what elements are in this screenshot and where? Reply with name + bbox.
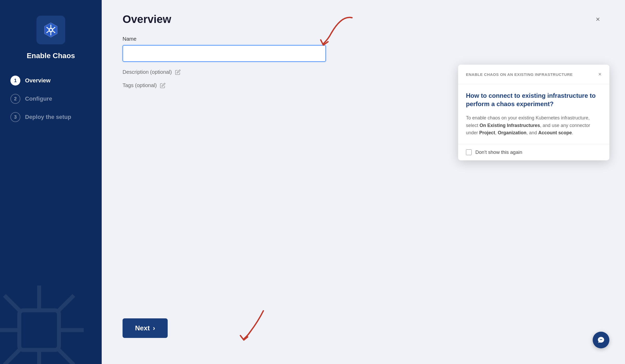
next-chevron-icon: › — [153, 324, 155, 332]
step-1-number: 1 — [10, 76, 20, 86]
step-2-number: 2 — [10, 94, 20, 104]
tags-field[interactable]: Tags (optional) — [123, 82, 326, 88]
svg-line-17 — [4, 348, 22, 364]
svg-line-14 — [4, 295, 22, 313]
tooltip-body: How to connect to existing infrastructur… — [458, 84, 609, 144]
svg-line-15 — [57, 348, 74, 364]
tooltip-header: ENABLE CHAOS ON AN EXISTING INFRASTRUCTU… — [458, 65, 609, 84]
tags-label: Tags (optional) — [123, 82, 157, 88]
step-3-label: Deploy the setup — [25, 114, 71, 120]
next-button[interactable]: Next › — [123, 318, 168, 338]
tooltip-panel: ENABLE CHAOS ON AN EXISTING INFRASTRUCTU… — [458, 65, 609, 160]
app-logo — [37, 16, 65, 44]
sidebar: Enable Chaos 1 Overview 2 Configure 3 De… — [0, 0, 102, 364]
tooltip-text: To enable chaos on your existing Kuberne… — [466, 114, 602, 137]
page-header: Overview × — [123, 13, 604, 26]
tooltip-footer: Don't show this again — [458, 144, 609, 160]
description-label: Description (optional) — [123, 69, 172, 75]
tag-edit-icon — [160, 83, 166, 88]
sidebar-title: Enable Chaos — [27, 52, 75, 60]
close-button[interactable]: × — [592, 13, 604, 26]
annotation-arrow-name — [315, 13, 357, 50]
tooltip-header-text: ENABLE CHAOS ON AN EXISTING INFRASTRUCTU… — [466, 72, 573, 77]
chat-icon — [597, 336, 605, 344]
step-3-number: 3 — [10, 112, 20, 122]
tooltip-close-button[interactable]: × — [598, 71, 602, 78]
steps-list: 1 Overview 2 Configure 3 Deploy the setu… — [0, 76, 102, 122]
tooltip-question: How to connect to existing infrastructur… — [466, 92, 602, 108]
name-label: Name — [123, 36, 326, 42]
svg-rect-9 — [19, 310, 59, 350]
edit-icon — [175, 69, 181, 75]
description-field[interactable]: Description (optional) — [123, 69, 326, 75]
step-2-label: Configure — [25, 95, 52, 102]
form-section: Name Description (optional) Tags (option… — [123, 36, 326, 88]
dont-show-label: Don't show this again — [475, 149, 522, 155]
step-3-deploy[interactable]: 3 Deploy the setup — [10, 112, 91, 122]
step-1-label: Overview — [25, 77, 51, 84]
page-title: Overview — [123, 13, 171, 26]
sidebar-watermark — [0, 281, 89, 364]
svg-line-16 — [57, 295, 74, 313]
main-content: Overview × Name Description (optional) T… — [102, 0, 625, 364]
next-label: Next — [135, 324, 150, 332]
step-2-configure[interactable]: 2 Configure — [10, 94, 91, 104]
svg-point-2 — [50, 29, 52, 31]
step-1-overview[interactable]: 1 Overview — [10, 76, 91, 86]
name-input[interactable] — [123, 45, 326, 62]
annotation-arrow-next — [237, 308, 274, 343]
chat-button[interactable] — [593, 332, 609, 348]
dont-show-checkbox[interactable] — [466, 149, 472, 155]
kubernetes-icon — [42, 21, 60, 39]
